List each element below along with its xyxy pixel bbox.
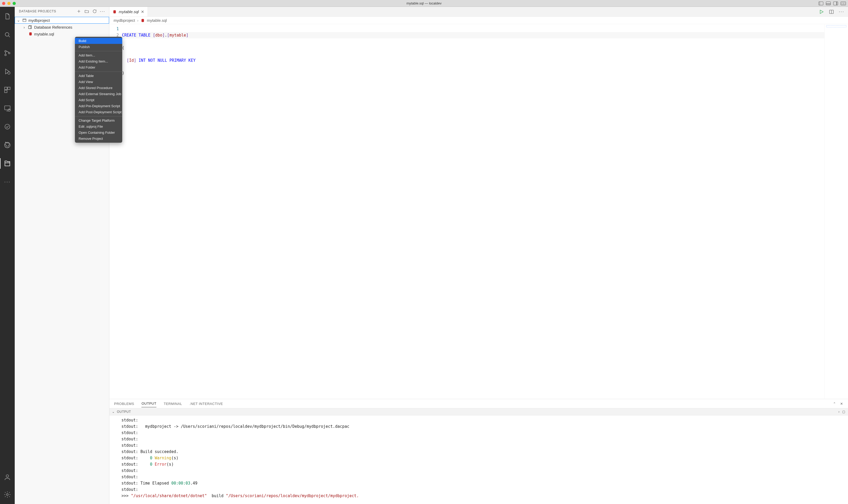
panel-tab-problems[interactable]: PROBLEMS <box>114 400 134 407</box>
zoom-window-icon[interactable] <box>13 2 16 5</box>
output-line: stdout: <box>121 474 848 480</box>
panel-maximize-icon[interactable]: ⌃ <box>833 402 836 406</box>
database-file-icon <box>29 32 33 36</box>
ctx-separator <box>75 116 122 116</box>
source-control-icon[interactable] <box>0 47 15 59</box>
svg-point-4 <box>7 72 10 74</box>
project-tree: ⌄ mydbproject › Database References myta… <box>15 16 109 504</box>
ctx-add-postdeploy[interactable]: Add Post-Deployment Script <box>75 109 122 115</box>
explorer-icon[interactable] <box>0 11 15 22</box>
output-line: stdout: <box>121 442 848 449</box>
ctx-add-existing-item[interactable]: Add Existing Item... <box>75 58 122 65</box>
ctx-add-script[interactable]: Add Script <box>75 97 122 103</box>
toggle-sidebar-icon[interactable] <box>818 2 823 5</box>
ctx-remove[interactable]: Remove Project <box>75 136 122 142</box>
accounts-icon[interactable] <box>0 471 15 483</box>
code-area[interactable]: CREATE TABLE [dbo].[mytable] ( [Id] INT … <box>122 24 824 399</box>
titlebar-layout-controls: □□ <box>818 2 846 5</box>
tab-label: mytable.sql <box>119 10 139 14</box>
editor[interactable]: 1 2 3 4 5 CREATE TABLE [dbo].[mytable] (… <box>109 24 848 399</box>
panel-tab-terminal[interactable]: TERMINAL <box>164 400 182 407</box>
new-project-icon[interactable] <box>76 9 82 14</box>
extensions-icon[interactable] <box>0 84 15 96</box>
svg-point-13 <box>6 494 8 496</box>
search-icon[interactable] <box>0 29 15 40</box>
minimize-window-icon[interactable] <box>7 2 11 5</box>
chevron-right-icon: › <box>22 25 26 30</box>
ctx-separator <box>75 51 122 51</box>
panel-tab-dotnet[interactable]: .NET INTERACTIVE <box>190 400 223 407</box>
ctx-change-target[interactable]: Change Target Platform <box>75 118 122 124</box>
testing-icon[interactable] <box>0 121 15 132</box>
tree-folder-row[interactable]: › Database References <box>15 24 109 31</box>
panel-close-icon[interactable]: ✕ <box>840 402 843 406</box>
tab-mytable[interactable]: mytable.sql ✕ <box>109 7 148 17</box>
svg-rect-5 <box>5 87 7 90</box>
open-project-icon[interactable] <box>84 9 90 14</box>
toggle-secondary-sidebar-icon[interactable] <box>833 2 838 5</box>
settings-gear-icon[interactable] <box>0 489 15 500</box>
tab-bar: mytable.sql ✕ ··· <box>109 7 848 17</box>
sql-project-icon <box>22 18 27 23</box>
titlebar: mytable.sql — localdev □□ <box>0 0 848 7</box>
breadcrumb[interactable]: mydbproject › mytable.sql <box>109 17 848 24</box>
tree-file-row[interactable]: mytable.sql <box>15 31 109 37</box>
remote-explorer-icon[interactable] <box>0 103 15 114</box>
tree-project-row[interactable]: ⌄ mydbproject <box>15 17 109 24</box>
database-projects-icon[interactable] <box>0 158 15 169</box>
tree-project-label: mydbproject <box>29 18 50 23</box>
chevron-down-icon: ⌄ <box>16 18 20 23</box>
github-icon[interactable] <box>0 139 15 151</box>
context-menu: Build Publish Add Item... Add Existing I… <box>75 37 122 143</box>
output-line: stdout: <box>121 430 848 436</box>
svg-rect-8 <box>5 106 10 110</box>
ctx-publish[interactable]: Publish <box>75 44 122 50</box>
output-line: stdout: Build succeeded. <box>121 449 848 455</box>
more-views-icon[interactable]: ··· <box>0 176 15 187</box>
close-window-icon[interactable] <box>2 2 5 5</box>
ctx-open-folder[interactable]: Open Containing Folder <box>75 129 122 136</box>
window-title: mytable.sql — localdev <box>406 1 442 5</box>
close-tab-icon[interactable]: ✕ <box>141 10 144 14</box>
svg-point-0 <box>5 33 9 36</box>
chevron-down-icon[interactable]: ⌄ <box>112 410 115 414</box>
minimap[interactable] <box>824 24 848 399</box>
toggle-panel-icon[interactable] <box>826 2 831 5</box>
ctx-add-table[interactable]: Add Table <box>75 73 122 79</box>
output-line: stdout: <box>121 417 848 423</box>
ctx-add-item[interactable]: Add Item... <box>75 52 122 58</box>
panel-next-icon[interactable]: › <box>838 410 840 414</box>
output-console[interactable]: stdout:stdout: mydbproject -> /Users/sco… <box>109 415 848 504</box>
ctx-add-sproc[interactable]: Add Stored Procedure <box>75 85 122 91</box>
customize-layout-icon[interactable]: □□ <box>841 2 846 5</box>
ctx-add-view[interactable]: Add View <box>75 79 122 85</box>
refresh-icon[interactable] <box>92 9 98 14</box>
ctx-add-streaming[interactable]: Add External Streaming Job <box>75 91 122 97</box>
ctx-add-folder[interactable]: Add Folder <box>75 65 122 70</box>
split-editor-icon[interactable] <box>829 9 834 15</box>
tree-folder-label: Database References <box>34 25 72 30</box>
run-query-icon[interactable] <box>819 9 824 15</box>
panel-tab-output[interactable]: OUTPUT <box>141 400 156 407</box>
sidebar-more-icon[interactable]: ··· <box>100 9 105 14</box>
ctx-build[interactable]: Build <box>75 38 122 44</box>
output-line: stdout: 0 Warning(s) <box>121 455 848 461</box>
breadcrumb-file[interactable]: mytable.sql <box>147 18 167 23</box>
editor-more-icon[interactable]: ··· <box>839 9 844 15</box>
breadcrumb-project[interactable]: mydbproject <box>113 18 135 23</box>
output-line: >>> "/usr/local/share/dotnet/dotnet" bui… <box>121 493 848 499</box>
run-debug-icon[interactable] <box>0 66 15 77</box>
ctx-separator <box>75 71 122 72</box>
window-controls <box>2 2 16 5</box>
panel-tabs: PROBLEMS OUTPUT TERMINAL .NET INTERACTIV… <box>109 399 848 408</box>
sidebar-title: DATABASE PROJECTS <box>19 10 74 13</box>
panel-sub-label: OUTPUT <box>117 410 131 414</box>
panel-settings-icon[interactable]: ▢ <box>842 410 845 414</box>
bottom-panel: PROBLEMS OUTPUT TERMINAL .NET INTERACTIV… <box>109 399 848 504</box>
ctx-edit-sqlproj[interactable]: Edit .sqlproj File <box>75 124 122 129</box>
activity-bar: ··· <box>0 7 15 504</box>
svg-point-1 <box>5 51 6 52</box>
ctx-add-predeploy[interactable]: Add Pre-Deployment Script <box>75 103 122 109</box>
output-line: stdout: <box>121 436 848 442</box>
svg-rect-16 <box>29 26 31 29</box>
